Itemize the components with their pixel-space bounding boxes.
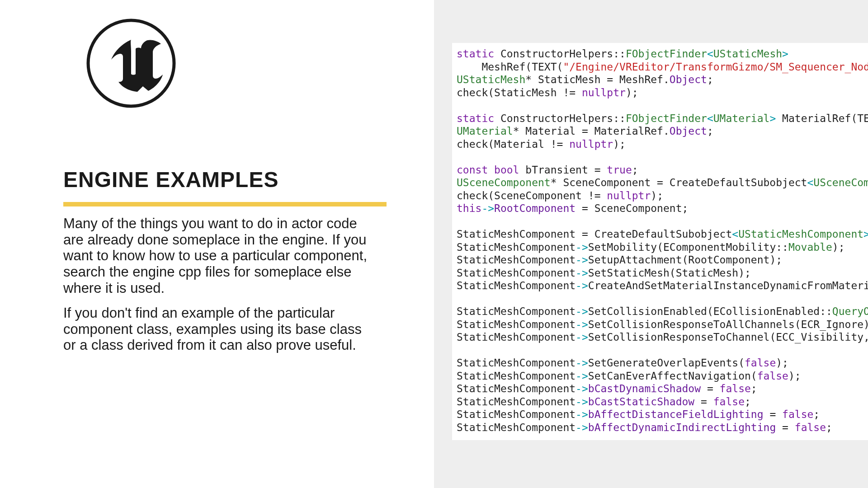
code-token: ConstructorHelpers:: — [494, 48, 626, 60]
code-token: false — [713, 396, 745, 408]
code-token: * Material = MaterialRef. — [513, 125, 670, 137]
code-token: ; — [632, 164, 638, 176]
code-token: UMaterial — [713, 113, 770, 124]
code-token: StaticMeshComponent — [457, 241, 576, 253]
code-token: -> — [576, 383, 588, 394]
code-token: bAffectDistanceFieldLighting — [588, 408, 764, 420]
code-token: StaticMeshComponent — [457, 357, 576, 369]
code-token: UMaterial — [457, 125, 513, 137]
code-token: -> — [576, 241, 588, 253]
code-token: < — [807, 177, 813, 188]
code-token: SetMobility(EComponentMobility:: — [588, 241, 788, 253]
code-token: static — [457, 113, 494, 124]
code-token: = SceneComponent; — [576, 202, 688, 214]
code-token: Object — [670, 74, 707, 85]
paragraph-1: Many of the things you want to do in act… — [63, 216, 371, 296]
code-token: = — [694, 396, 713, 408]
code-token: FObjectFinder — [626, 113, 707, 124]
code-token: const bool — [457, 164, 519, 176]
code-token: -> — [481, 202, 494, 214]
code-token: CreateAndSetMaterialInstanceDynamicFromM… — [588, 280, 868, 291]
code-token: StaticMeshComponent — [457, 331, 576, 343]
code-token: this — [457, 202, 481, 214]
code-token: = — [701, 383, 720, 394]
code-token: bTransient = — [519, 164, 607, 176]
code-token: RootComponent — [494, 202, 576, 214]
code-token: check(StaticMesh != — [457, 87, 582, 99]
code-token: ); — [776, 357, 788, 369]
code-token: bAffectDynamicIndirectLighting — [588, 422, 776, 433]
code-token: > — [863, 228, 868, 240]
code-token: check(Material != — [457, 138, 569, 150]
code-token: UStaticMesh — [713, 48, 782, 60]
code-token: Movable — [788, 241, 832, 253]
code-token: nullptr — [582, 87, 626, 99]
code-token: StaticMeshComponent — [457, 383, 576, 394]
code-token: bCastStaticShadow — [588, 396, 694, 408]
code-token: -> — [576, 331, 588, 343]
code-token: StaticMeshComponent — [457, 319, 576, 330]
code-token: UStaticMesh — [457, 74, 525, 85]
code-token: StaticMeshComponent — [457, 422, 576, 433]
code-token: SetupAttachment(RootComponent); — [588, 254, 782, 266]
code-token: StaticMeshComponent — [457, 254, 576, 266]
code-token: -> — [576, 319, 588, 330]
code-token: bCastDynamicShadow — [588, 383, 701, 394]
right-panel: static ConstructorHelpers::FObjectFinder… — [434, 0, 868, 488]
code-token: ); — [651, 190, 663, 202]
code-token: -> — [576, 267, 588, 279]
unreal-engine-logo-icon — [86, 18, 176, 108]
code-example: static ConstructorHelpers::FObjectFinder… — [452, 43, 868, 440]
code-token: < — [732, 228, 738, 240]
code-token: UStaticMeshComponent — [738, 228, 863, 240]
code-token: "/Engine/VREditor/TransformGizmo/SM_Sequ… — [563, 61, 868, 73]
code-token: ; — [751, 383, 757, 394]
code-token: ; — [707, 125, 713, 137]
code-token: SetCollisionResponseToChannel(ECC_Visibi… — [588, 331, 868, 343]
code-token: StaticMeshComponent = CreateDefaultSubob… — [457, 228, 732, 240]
code-token: StaticMeshComponent — [457, 267, 576, 279]
code-token: StaticMeshComponent — [457, 396, 576, 408]
code-token: ); — [788, 370, 801, 382]
code-token: false — [720, 383, 751, 394]
code-token: * SceneComponent = CreateDefaultSubobjec… — [551, 177, 807, 188]
code-token: SetCollisionResponseToAllChannels(ECR_Ig… — [588, 319, 868, 330]
code-token: < — [707, 48, 713, 60]
code-token: StaticMeshComponent — [457, 370, 576, 382]
code-token: USceneCompone — [813, 177, 868, 188]
code-token: -> — [576, 305, 588, 317]
code-token: > — [782, 48, 788, 60]
code-token: static — [457, 48, 494, 60]
code-token: -> — [576, 408, 588, 420]
title-divider — [63, 202, 387, 206]
code-token: Object — [670, 125, 707, 137]
code-token: SetGenerateOverlapEvents( — [588, 357, 745, 369]
code-token: false — [782, 408, 813, 420]
code-token: SetCollisionEnabled(ECollisionEnabled:: — [588, 305, 832, 317]
left-panel: ENGINE EXAMPLES Many of the things you w… — [0, 0, 434, 488]
paragraph-2: If you don't find an example of the part… — [63, 305, 371, 353]
code-token: = — [776, 422, 795, 433]
code-token: ; — [826, 422, 832, 433]
code-token: false — [795, 422, 826, 433]
code-token: StaticMeshComponent — [457, 408, 576, 420]
code-token: SetCanEverAffectNavigation( — [588, 370, 757, 382]
code-token: -> — [576, 370, 588, 382]
code-token: -> — [576, 280, 588, 291]
code-token: * StaticMesh = MeshRef. — [525, 74, 670, 85]
code-token: ); — [832, 241, 845, 253]
code-token: ; — [745, 396, 751, 408]
code-token: > — [769, 113, 776, 124]
code-token: MaterialRef(TEXT( — [776, 113, 868, 124]
code-token: USceneComponent — [457, 177, 551, 188]
code-token: QueryOnly — [832, 305, 868, 317]
code-token: ; — [707, 74, 713, 85]
code-token: nullptr — [569, 138, 613, 150]
code-token: ConstructorHelpers:: — [494, 113, 626, 124]
code-token: StaticMeshComponent — [457, 305, 576, 317]
code-token: -> — [576, 422, 588, 433]
code-token: -> — [576, 254, 588, 266]
code-token: ); — [626, 87, 638, 99]
code-token: < — [707, 113, 713, 124]
code-token: FObjectFinder — [626, 48, 707, 60]
